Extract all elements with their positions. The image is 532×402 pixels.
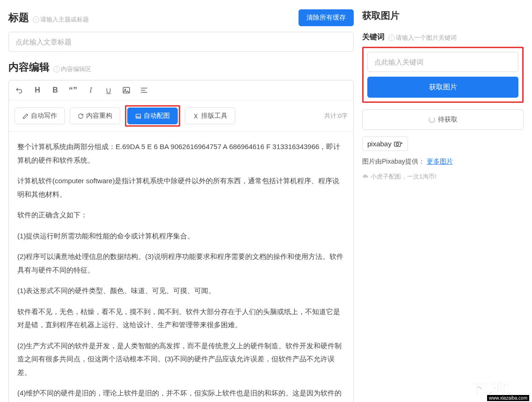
layout-tool-button[interactable]: 排版工具 [185, 108, 235, 124]
camera-icon [394, 141, 403, 147]
svg-point-8 [401, 143, 402, 144]
align-icon[interactable] [139, 85, 149, 95]
clear-cache-button[interactable]: 清除所有缓存 [299, 9, 354, 26]
editor-box: H B “” I U 自动写作 内容重构 [8, 80, 354, 402]
status-button[interactable]: 待获取 [362, 109, 524, 130]
spinner-icon [429, 116, 435, 123]
content-paragraph: (1)提供运行时所需功能和性能的命令或计算机程序集合。 [17, 230, 345, 243]
auto-image-button[interactable]: 自动配图 [127, 108, 178, 124]
info-icon: ! [53, 66, 60, 72]
layout-icon [193, 113, 199, 119]
highlight-auto-image: 自动配图 [125, 105, 180, 127]
undo-icon[interactable] [15, 85, 25, 95]
keyword-input[interactable] [367, 52, 518, 72]
underline-icon[interactable]: U [103, 85, 114, 95]
content-hint: ! 内容编辑区 [53, 65, 91, 73]
cloud-icon [362, 173, 369, 180]
watermark: 下载吧 www.xiazaiba.com [466, 374, 532, 402]
main-panel: 标题 ! 请输入主题或标题 清除所有缓存 内容编辑 ! 内容编辑区 H [0, 0, 356, 402]
content-paragraph: 整个计算机系统由两部分组成：E.69DA 5 E 6 BA 9062616964… [17, 140, 345, 167]
content-paragraph: (2)程序可以满意地处理信息的数据结构。(3)说明程序功能要求和程序需要的文档的… [17, 250, 345, 277]
keyword-hint: ! 请输入一个图片关键词 [388, 34, 457, 42]
restructure-button[interactable]: 内容重构 [70, 108, 120, 124]
content-paragraph: (1)表达形式不同的硬件类型、颜色、味道、可见、可摸、可闻。 [17, 284, 345, 298]
content-paragraph: (2)生产方式不同的软件是开发，是人类智能的高发挥，而不是传统意义上的硬件制造。… [17, 339, 345, 380]
pencil-icon [22, 113, 29, 119]
svg-rect-6 [394, 142, 400, 146]
watermark-logo: 下载吧 [471, 381, 511, 395]
word-count: 共计:0字 [324, 112, 348, 120]
auto-write-button[interactable]: 自动写作 [15, 108, 65, 124]
title-input[interactable] [8, 32, 354, 52]
content-paragraph: (4)维护不同的硬件是旧的，理论上软件是旧的，并不坏，但实际上软件也是旧的和坏的… [17, 387, 345, 402]
image-icon[interactable] [121, 85, 131, 95]
refresh-icon [78, 113, 84, 119]
svg-point-1 [125, 89, 126, 90]
heading-icon[interactable]: H [32, 85, 43, 95]
more-images-link[interactable]: 更多图片 [427, 158, 453, 165]
info-icon: ! [388, 35, 395, 41]
content-editor[interactable]: 整个计算机系统由两部分组成：E.69DA 5 E 6 BA 9062616964… [9, 132, 353, 402]
action-toolbar: 自动写作 内容重构 自动配图 排版工具 [9, 100, 353, 132]
footer-note: 小虎子配图，一次1淘币! [362, 172, 524, 181]
highlight-keyword-box: 获取图片 [362, 47, 524, 103]
content-paragraph: 软件的正确含义如下： [17, 208, 345, 222]
title-label: 标题 [8, 11, 29, 25]
title-hint: ! 请输入主题或标题 [33, 15, 89, 24]
bold-icon[interactable]: B [50, 85, 60, 95]
quote-icon[interactable]: “” [68, 85, 78, 95]
italic-icon[interactable]: I [86, 85, 96, 95]
content-header: 内容编辑 ! 内容编辑区 [8, 60, 354, 74]
watermark-url: www.xiazaiba.com [487, 395, 529, 401]
provider-line: 图片由Pixabay提供： 更多图片 [362, 158, 524, 166]
keyword-label: 关键词 [362, 32, 385, 42]
title-header: 标题 ! 请输入主题或标题 清除所有缓存 [8, 9, 354, 26]
svg-point-7 [396, 143, 399, 145]
info-icon: ! [33, 16, 39, 23]
fetch-image-button[interactable]: 获取图片 [367, 77, 518, 98]
format-toolbar: H B “” I U [9, 80, 353, 100]
pixabay-badge: pixabay [362, 136, 408, 151]
image-small-icon [135, 113, 141, 119]
image-panel-title: 获取图片 [362, 9, 524, 22]
image-sidebar: 获取图片 关键词 ! 请输入一个图片关键词 获取图片 待获取 pixabay 图… [356, 0, 532, 402]
content-label: 内容编辑 [8, 60, 50, 74]
content-paragraph: 计算机软件(computer software)是指计算机系统中除硬件以外的所有… [17, 174, 345, 201]
content-paragraph: 软件看不见，无色，枯燥，看不见，摸不到，闻不到。软件大部分存在于人们的头脑或纸上… [17, 305, 345, 332]
keyword-label-row: 关键词 ! 请输入一个图片关键词 [362, 32, 524, 42]
